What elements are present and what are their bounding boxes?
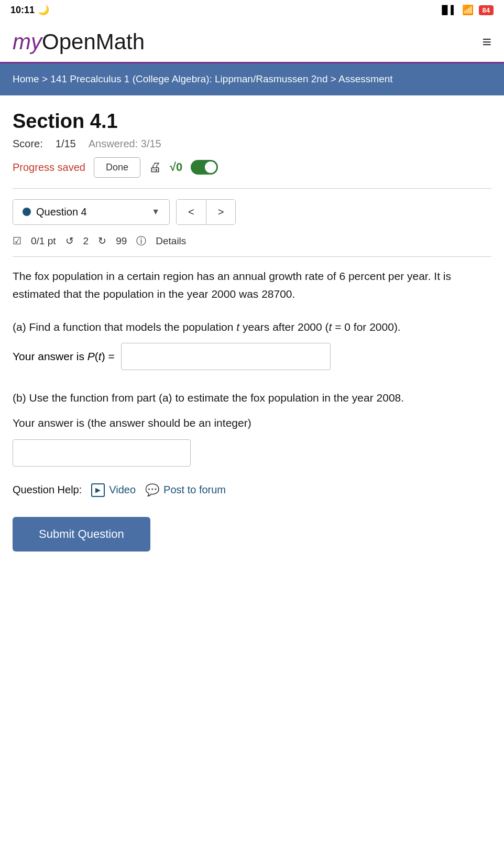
question-meta: ☑ 0/1 pt ↺ 2 ↻ 99 ⓘ Details [13, 234, 491, 248]
logo-my: my [13, 29, 42, 54]
question-text: The fox population in a certain region h… [13, 267, 491, 304]
battery-indicator: 84 [479, 5, 494, 15]
video-link[interactable]: ▶ Video [91, 483, 136, 497]
breadcrumb-sep1: > [39, 73, 51, 84]
video-icon: ▶ [91, 483, 105, 497]
part-b-answer-note: Your answer is (the answer should be an … [13, 414, 491, 432]
score-label: Score: [13, 138, 43, 150]
submit-button[interactable]: Submit Question [13, 517, 150, 552]
chevron-down-icon: ▼ [151, 207, 160, 217]
section-title: Section 4.1 [13, 110, 491, 133]
info-icon: ⓘ [136, 234, 146, 248]
part-a-input[interactable] [121, 343, 331, 370]
retries-label: 2 [83, 235, 89, 247]
breadcrumb-course: 141 Precalculus 1 (College Algebra): Lip… [50, 73, 327, 84]
toggle-switch[interactable] [191, 160, 218, 175]
progress-saved: Progress saved [13, 161, 85, 174]
submissions-label: 99 [116, 235, 127, 247]
part-a-answer-row: Your answer is P(t) = [13, 343, 491, 370]
status-bar: 10:11 🌙 ▐▌▌ 📶 84 [0, 0, 504, 20]
score-row: Score: 1/15 Answered: 3/15 [13, 138, 491, 150]
part-a-answer-prefix: Your answer is P(t) = [13, 350, 115, 363]
question-nav: < > [176, 199, 236, 225]
video-label: Video [109, 484, 136, 496]
breadcrumb-sep2: > [327, 73, 338, 84]
app-header: myOpenMath ≡ [0, 20, 504, 63]
main-content: Section 4.1 Score: 1/15 Answered: 3/15 P… [0, 95, 504, 566]
print-icon[interactable]: 🖨 [149, 160, 161, 175]
post-to-forum-link[interactable]: 💬 Post to forum [145, 483, 226, 497]
forum-label: Post to forum [163, 484, 226, 496]
toggle-thumb [205, 161, 216, 173]
wifi-icon: 📶 [462, 4, 474, 16]
sqrt-label: √0 [170, 160, 182, 174]
check-icon: ☑ [13, 235, 21, 247]
forum-icon: 💬 [145, 483, 159, 497]
help-label: Question Help: [13, 484, 82, 496]
refresh-icon: ↻ [98, 235, 106, 247]
part-a-label: (a) Find a function that models the popu… [13, 318, 491, 336]
question-label: Question 4 [36, 206, 146, 218]
score-value: 1/15 [56, 138, 76, 150]
answered-label: Answered: 3/15 [89, 138, 161, 150]
status-time-area: 10:11 🌙 [10, 4, 49, 16]
breadcrumb: Home > 141 Precalculus 1 (College Algebr… [0, 63, 504, 95]
time-display: 10:11 [10, 5, 35, 16]
moon-icon: 🌙 [38, 4, 49, 16]
controls-row: Progress saved Done 🖨 √0 [13, 157, 491, 178]
question-dot [23, 208, 31, 216]
logo-openmath: OpenMath [42, 29, 145, 54]
breadcrumb-page: Assessment [338, 73, 392, 84]
pts-label: 0/1 pt [31, 235, 56, 247]
toggle-track [191, 160, 218, 175]
part-b-label: (b) Use the function from part (a) to es… [13, 389, 491, 407]
app-logo: myOpenMath [13, 29, 145, 55]
prev-question-button[interactable]: < [177, 200, 206, 224]
question-selector-row: Question 4 ▼ < > [13, 199, 491, 225]
next-question-button[interactable]: > [206, 200, 236, 224]
status-icons-area: ▐▌▌ 📶 84 [439, 4, 494, 16]
undo-icon: ↺ [65, 235, 74, 247]
question-dropdown[interactable]: Question 4 ▼ [13, 199, 170, 225]
divider-2 [13, 256, 491, 257]
part-b-input[interactable] [13, 439, 191, 467]
menu-button[interactable]: ≡ [482, 33, 491, 51]
done-button[interactable]: Done [94, 157, 140, 178]
signal-icon: ▐▌▌ [439, 5, 457, 15]
question-help: Question Help: ▶ Video 💬 Post to forum [13, 483, 491, 497]
breadcrumb-home: Home [13, 73, 39, 84]
details-link[interactable]: Details [156, 235, 186, 247]
divider-1 [13, 188, 491, 189]
